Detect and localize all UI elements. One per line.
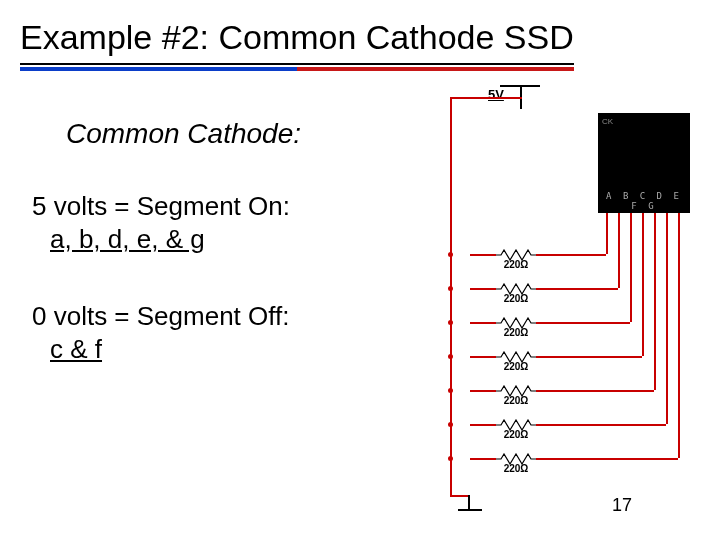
wire-segment (470, 424, 496, 426)
wire-segment (470, 458, 496, 460)
ssd-pin-lead (654, 213, 656, 225)
pin-labels: A B C D E F G (598, 191, 690, 211)
off-line: 0 volts = Segment Off: (32, 301, 290, 331)
ssd-pin-lead (606, 213, 608, 225)
wire-segment (536, 356, 642, 358)
resistor-label: 220Ω (496, 327, 536, 338)
junction-dot (448, 320, 453, 325)
wire-segment (536, 458, 678, 460)
wire-segment (536, 322, 630, 324)
junction-dot (448, 422, 453, 427)
wire-segment (470, 254, 496, 256)
segment-on-block: 5 volts = Segment On: a, b, d, e, & g (32, 190, 290, 255)
wire-segment (470, 390, 496, 392)
ssd-pin-lead (678, 213, 680, 225)
junction-dot (448, 286, 453, 291)
bus-horizontal (450, 97, 522, 99)
component-ref: CK (602, 117, 613, 126)
wire-segment (536, 424, 666, 426)
ssd-pin-lead (642, 213, 644, 225)
resistor-label: 220Ω (496, 293, 536, 304)
ssd-pin-lead (666, 213, 668, 225)
wire-riser (606, 225, 608, 254)
wire-segment (470, 322, 496, 324)
wire-riser (654, 225, 656, 390)
junction-dot (448, 456, 453, 461)
wire-riser (642, 225, 644, 356)
slide-title: Example #2: Common Cathode SSD (20, 18, 574, 65)
junction-dot (448, 354, 453, 359)
ssd-component: CK A B C D E F G (598, 113, 690, 213)
on-line: 5 volts = Segment On: (32, 191, 290, 221)
off-segments: c & f (50, 334, 102, 364)
wire-segment (536, 254, 606, 256)
bus-vertical (450, 97, 452, 495)
resistor-label: 220Ω (496, 463, 536, 474)
junction-dot (448, 252, 453, 257)
resistor-label: 220Ω (496, 259, 536, 270)
ground-wire (450, 495, 470, 497)
wire-segment (470, 288, 496, 290)
resistor-label: 220Ω (496, 395, 536, 406)
on-segments: a, b, d, e, & g (50, 224, 205, 254)
wire-riser (666, 225, 668, 424)
wire-riser (678, 225, 680, 458)
ssd-leads (598, 213, 690, 225)
subheading: Common Cathode: (66, 118, 301, 150)
resistor-label: 220Ω (496, 361, 536, 372)
ground-stem (468, 495, 470, 509)
ssd-pin-lead (618, 213, 620, 225)
ssd-pin-lead (630, 213, 632, 225)
wire-riser (630, 225, 632, 322)
wire-segment (536, 390, 654, 392)
supply-label: 5V (488, 87, 504, 102)
wire-segment (536, 288, 618, 290)
resistor-label: 220Ω (496, 429, 536, 440)
junction-dot (448, 388, 453, 393)
wire-segment (470, 356, 496, 358)
segment-off-block: 0 volts = Segment Off: c & f (32, 300, 290, 365)
wire-riser (618, 225, 620, 288)
schematic: 5V CK A B C D E F G 220Ω220Ω220Ω220Ω220Ω… (420, 85, 710, 510)
